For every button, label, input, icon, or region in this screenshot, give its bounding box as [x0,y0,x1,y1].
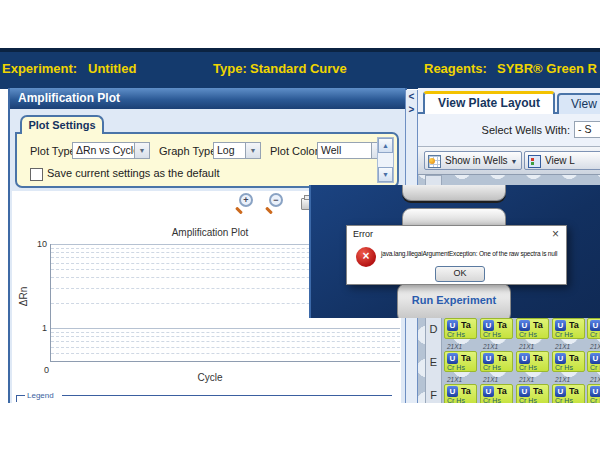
zoom-in-icon[interactable]: + [235,193,251,213]
well-sample-text: 21X1 [516,376,550,384]
task-unknown-icon: U [555,353,566,364]
task-unknown-icon: U [483,320,494,331]
plate-well[interactable]: UTaCr Hs [516,318,549,339]
well-target-text: Ta [533,386,543,396]
experiment-value: Untitled [88,52,136,85]
plot-type-value: ΔRn vs Cycle [76,144,139,156]
well-cell: 21X1UTaCr Hs [552,343,586,373]
error-dialog: Error × × java.lang.IllegalArgumentExcep… [346,225,567,285]
plate-row-label: D [425,319,442,340]
plate-well[interactable]: UTaCr Hs [516,351,549,372]
panel-title: Amplification Plot [10,88,405,109]
y-axis-tick: 10 [31,239,47,249]
plate-well[interactable]: UTaCr Hs [444,318,477,339]
plot-type-select[interactable]: ΔRn vs Cycle ▼ [72,142,150,159]
y-axis-tick: 1 [31,323,47,333]
zoom-in-glyph: + [239,193,253,207]
show-in-wells-label: Show in Wells [445,155,508,166]
expand-right-icon[interactable]: > [406,103,417,116]
plate-well[interactable]: UTaCr Hs [480,318,513,339]
plate-well[interactable]: UTaCr Hs [587,384,600,403]
select-wells-dropdown[interactable]: - S [574,121,600,138]
run-window-button-top[interactable] [402,185,506,201]
plate-well[interactable]: UTaCr Hs [516,384,549,403]
gridline [51,328,400,329]
ok-button[interactable]: OK [435,266,485,282]
plot-settings-body: Plot Type: ΔRn vs Cycle ▼ Graph Type: Lo… [15,132,399,188]
well-sample-text: 21X1 [444,343,478,351]
legend-label: Legend [27,391,54,400]
legend-frame [16,395,25,402]
plate-well[interactable]: UTaCr Hs [552,318,585,339]
well-cell: 21X1UTaCr Hs [516,343,550,373]
error-icon: × [356,247,376,267]
zoom-out-glyph: − [269,193,283,207]
well-cell: 21X1UTaCr Hs [516,376,550,403]
show-in-wells-button[interactable]: Show in Wells ▼ [424,151,522,170]
task-unknown-icon: U [519,320,530,331]
well-target-text: Ta [461,320,471,330]
task-unknown-icon: U [483,386,494,397]
plate-well[interactable]: UTaCr Hs [444,351,477,372]
task-unknown-icon: U [590,353,600,364]
well-bottom-text: Cr Hs [483,331,501,338]
well-sample-text: 21X1 [444,376,478,384]
collapse-left-icon[interactable]: < [406,90,417,103]
gridline [51,332,400,333]
well-target-text: Ta [497,320,507,330]
plate-well[interactable]: UTaCr Hs [480,351,513,372]
save-default-checkbox[interactable] [30,168,43,181]
close-icon[interactable]: × [552,227,559,241]
gridline [51,341,400,342]
plate-well[interactable]: UTaCr Hs [552,384,585,403]
task-unknown-icon: U [483,353,494,364]
run-experiment-button[interactable]: Run Experiment [397,283,511,318]
task-unknown-icon: U [447,386,458,397]
well-sample-text: 21X1 [552,376,586,384]
task-unknown-icon: U [447,353,458,364]
x-axis-origin-tick: 0 [44,365,49,375]
well-cell: 21X1UTaCr Hs [480,343,514,373]
plate-well[interactable]: UTaCr Hs [552,351,585,372]
plate-well[interactable]: UTaCr Hs [587,351,600,372]
well-bottom-text: Cr Hs [519,331,537,338]
save-default-label: Save current settings as the default [47,167,219,179]
settings-scrollbar[interactable]: ▲ ▼ [377,137,394,183]
x-axis-label: Cycle [50,372,370,383]
plate-row-label: E [425,352,442,373]
run-experiment-label: Run Experiment [398,294,510,306]
well-target-text: Ta [569,353,579,363]
task-unknown-icon: U [519,353,530,364]
well-cell: 21X1UTaCr Hs [552,376,586,403]
well-cell: 21X1UTaCr Hs [480,376,514,403]
gridline [51,347,400,348]
well-bottom-text: Cr Hs [447,364,465,371]
task-unknown-icon: U [590,320,600,331]
chevron-down-icon: ▼ [134,143,149,158]
plate-well[interactable]: UTaCr Hs [444,384,477,403]
zoom-out-icon[interactable]: − [265,193,281,213]
plate-well[interactable]: UTaCr Hs [587,318,600,339]
experiment-label: Experiment: [2,52,77,85]
graph-type-select[interactable]: Log ▼ [213,142,261,159]
reagents-value: SYBR® Green R [497,52,597,85]
plot-color-value: Well [321,144,341,156]
graph-type-value: Log [217,144,235,156]
tab-view-plate-layout[interactable]: View Plate Layout [423,91,555,114]
task-unknown-icon: U [447,320,458,331]
experiment-header-bar: Experiment: Untitled Type: Standard Curv… [0,48,600,89]
scroll-up-icon[interactable]: ▲ [378,138,393,153]
well-bottom-text: Cr Hs [483,364,501,371]
show-in-wells-icon [428,155,441,168]
error-message: java.lang.IllegalArgumentException: One … [381,250,565,259]
view-legend-button[interactable]: View L [524,151,600,170]
well-bottom-text: Cr Hs [555,364,573,371]
tab-view-well-table[interactable]: View [557,93,600,114]
tab-plot-settings[interactable]: Plot Settings [20,115,104,134]
y-axis-label: ΔRn [18,287,29,306]
plate-well[interactable]: UTaCr Hs [480,384,513,403]
view-legend-icon [528,155,541,168]
scroll-down-icon[interactable]: ▼ [378,167,393,182]
well-target-text: Ta [533,353,543,363]
reagents-label: Reagents: [424,52,487,85]
